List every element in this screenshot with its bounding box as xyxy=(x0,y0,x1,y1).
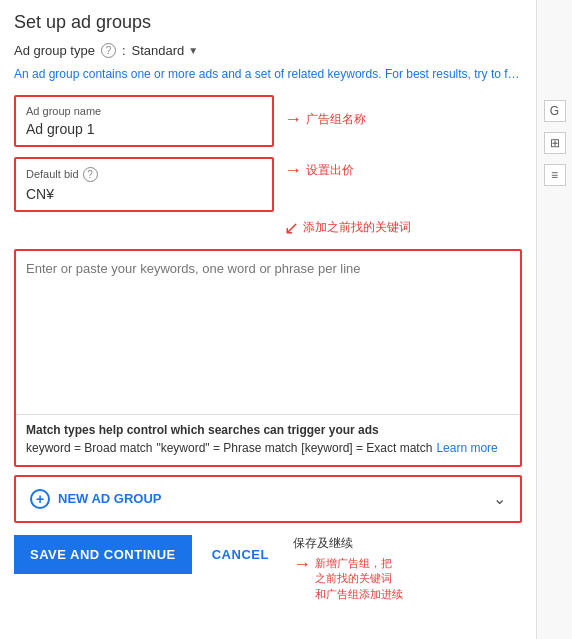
sidebar-icon-menu[interactable]: ≡ xyxy=(544,164,566,186)
ad-group-type-row: Ad group type ? : Standard ▼ xyxy=(14,43,522,58)
right-annotations: → 广告组名称 → 设置出价 ↙ 添加之前找的关键词 xyxy=(274,95,411,239)
ad-group-type-value: Standard xyxy=(132,43,185,58)
default-bid-annotation: → 设置出价 xyxy=(284,160,411,181)
ad-group-name-label: Ad group name xyxy=(26,105,262,117)
match-types-section: Match types help control which searches … xyxy=(16,414,520,465)
footer-area: SAVE AND CONTINUE CANCEL 保存及继续 → 新增广告组，把… xyxy=(14,535,522,602)
new-ad-group-label: NEW AD GROUP xyxy=(58,491,162,506)
chevron-down-icon: ⌄ xyxy=(493,489,506,508)
learn-more-link[interactable]: Learn more xyxy=(436,441,497,455)
colon: : xyxy=(122,43,126,58)
sidebar: G ⊞ ≡ xyxy=(536,0,572,639)
top-annotations-container: Ad group name Ad group 1 Default bid ? C… xyxy=(14,95,522,239)
save-and-continue-button[interactable]: SAVE AND CONTINUE xyxy=(14,535,192,574)
ad-group-type-help-icon[interactable]: ? xyxy=(101,43,116,58)
plus-icon: + xyxy=(30,489,50,509)
new-ad-group-row[interactable]: + NEW AD GROUP ⌄ xyxy=(14,475,522,523)
ad-group-name-box: Ad group name Ad group 1 xyxy=(14,95,274,147)
sidebar-icon-grid[interactable]: ⊞ xyxy=(544,132,566,154)
keywords-box: Match types help control which searches … xyxy=(14,249,522,467)
phrase-match-label: "keyword" = Phrase match xyxy=(156,441,297,455)
new-group-annotation: → 新增广告组，把之前找的关键词和广告组添加进续 xyxy=(293,556,403,602)
exact-match-label: [keyword] = Exact match xyxy=(301,441,432,455)
default-bid-label: Default bid ? xyxy=(26,167,262,182)
broad-match-label: keyword = Broad match xyxy=(26,441,152,455)
default-bid-value[interactable]: CN¥ xyxy=(26,186,262,202)
cancel-button[interactable]: CANCEL xyxy=(202,535,279,574)
page-title: Set up ad groups xyxy=(14,12,522,33)
chevron-down-icon: ▼ xyxy=(188,45,198,56)
ad-group-type-label: Ad group type xyxy=(14,43,95,58)
ad-group-name-annotation: → 广告组名称 xyxy=(284,109,411,130)
keywords-annotation: ↙ 添加之前找的关键词 xyxy=(284,217,411,239)
footer-annotations: 保存及继续 → 新增广告组，把之前找的关键词和广告组添加进续 xyxy=(293,535,403,602)
new-ad-group-left: + NEW AD GROUP xyxy=(30,489,162,509)
match-types-row: keyword = Broad match "keyword" = Phrase… xyxy=(26,441,510,455)
default-bid-box: Default bid ? CN¥ xyxy=(14,157,274,212)
ad-group-name-value[interactable]: Ad group 1 xyxy=(26,121,262,137)
keywords-textarea[interactable] xyxy=(16,251,520,411)
save-annotation: 保存及继续 xyxy=(293,535,403,552)
sidebar-icon-g[interactable]: G xyxy=(544,100,566,122)
match-types-title: Match types help control which searches … xyxy=(26,423,510,437)
default-bid-help-icon[interactable]: ? xyxy=(83,167,98,182)
info-text: An ad group contains one or more ads and… xyxy=(14,66,522,83)
ad-group-type-select[interactable]: Standard ▼ xyxy=(132,43,199,58)
